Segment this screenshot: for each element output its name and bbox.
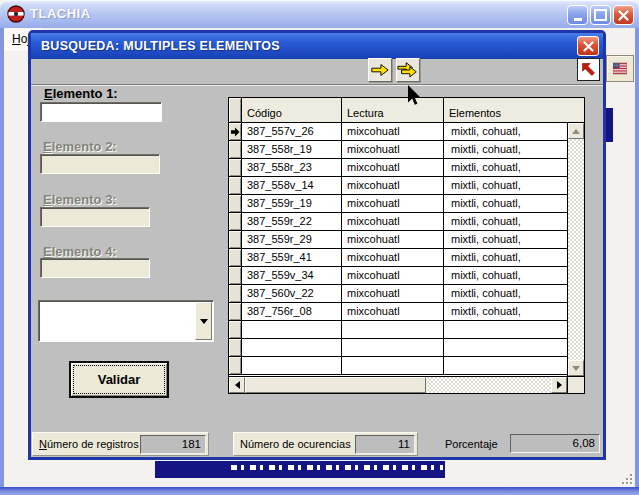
row-selector[interactable] (229, 177, 242, 194)
row-selector[interactable] (229, 123, 242, 140)
table-row[interactable]: 387_559r_41mixcohuatlmixtli, cohuatl, (229, 249, 567, 267)
grid-horizontal-scrollbar[interactable] (229, 376, 567, 393)
yellow-arrow-right-icon (370, 62, 390, 78)
row-selector[interactable] (229, 231, 242, 248)
row-selector[interactable] (229, 213, 242, 230)
table-row[interactable]: 387_557v_26mixcohuatlmixtli, cohuatl, (229, 123, 567, 141)
cell-lectura[interactable]: mixcohuatl (342, 123, 444, 140)
cell-lectura[interactable]: mixcohuatl (342, 213, 444, 230)
cell-elementos[interactable]: mixtli, cohuatl, (444, 249, 567, 266)
cell-lectura[interactable] (342, 321, 444, 338)
row-selector[interactable] (229, 249, 242, 266)
cell-codigo[interactable]: 387_559r_41 (242, 249, 342, 266)
cell-codigo[interactable]: 387_559r_19 (242, 195, 342, 212)
cell-lectura[interactable]: mixcohuatl (342, 195, 444, 212)
cell-lectura[interactable]: mixcohuatl (342, 231, 444, 248)
cell-lectura[interactable] (342, 357, 444, 374)
table-row[interactable] (229, 339, 567, 357)
horizontal-scroll-thumb[interactable] (245, 377, 426, 393)
language-flag-button[interactable] (606, 55, 634, 82)
cell-lectura[interactable]: mixcohuatl (342, 177, 444, 194)
table-row[interactable]: 387_558r_23mixcohuatlmixtli, cohuatl, (229, 159, 567, 177)
window-close-button[interactable] (613, 5, 634, 25)
row-selector[interactable] (229, 303, 242, 320)
maximize-button[interactable] (590, 5, 611, 25)
cell-elementos[interactable] (444, 321, 567, 338)
vertical-scroll-track[interactable] (568, 139, 584, 360)
cell-elementos[interactable]: mixtli, cohuatl, (444, 267, 567, 284)
validar-button[interactable]: Validar (69, 361, 169, 398)
cell-elementos[interactable]: mixtli, cohuatl, (444, 159, 567, 176)
cell-lectura[interactable]: mixcohuatl (342, 249, 444, 266)
obscured-background-button (155, 461, 445, 478)
cell-elementos[interactable] (444, 339, 567, 356)
window-titlebar[interactable]: TLACHIA (0, 0, 639, 28)
column-header-codigo[interactable]: Código (242, 98, 342, 122)
cell-codigo[interactable]: 387_559r_29 (242, 231, 342, 248)
cell-codigo[interactable]: 387_559r_22 (242, 213, 342, 230)
row-selector[interactable] (229, 357, 242, 374)
scroll-right-button[interactable] (551, 377, 567, 393)
cell-codigo[interactable]: 387_558r_23 (242, 159, 342, 176)
cell-lectura[interactable] (342, 339, 444, 356)
row-selector[interactable] (229, 159, 242, 176)
row-selector[interactable] (229, 195, 242, 212)
ocurencias-panel: Número de ocurencias 11 (233, 432, 418, 456)
dialog-close-button[interactable] (577, 36, 599, 56)
cell-elementos[interactable] (444, 357, 567, 374)
next-button[interactable] (368, 58, 392, 82)
elemento1-input[interactable] (40, 102, 162, 122)
cell-codigo[interactable]: 387_560v_22 (242, 285, 342, 302)
scroll-left-button[interactable] (229, 377, 245, 393)
column-header-elementos[interactable]: Elementos (444, 98, 584, 122)
cell-lectura[interactable]: mixcohuatl (342, 285, 444, 302)
element-combobox[interactable] (38, 300, 214, 342)
next-all-button[interactable] (396, 58, 420, 82)
resize-grip[interactable] (620, 472, 634, 486)
cell-codigo[interactable]: 387_558v_14 (242, 177, 342, 194)
table-row[interactable]: 387_756r_08mixcohuatlmixtli, cohuatl, (229, 303, 567, 321)
cell-codigo[interactable]: 387_557v_26 (242, 123, 342, 140)
row-selector[interactable] (229, 285, 242, 302)
cell-codigo[interactable] (242, 339, 342, 356)
chevron-down-icon (200, 319, 208, 324)
table-row[interactable]: 387_559r_19mixcohuatlmixtli, cohuatl, (229, 195, 567, 213)
table-row[interactable] (229, 321, 567, 339)
cell-elementos[interactable]: mixtli, cohuatl, (444, 177, 567, 194)
row-selector[interactable] (229, 339, 242, 356)
table-row[interactable] (229, 357, 567, 375)
minimize-button[interactable] (567, 5, 588, 25)
table-row[interactable]: 387_559v_34mixcohuatlmixtli, cohuatl, (229, 267, 567, 285)
cell-codigo[interactable] (242, 357, 342, 374)
cell-lectura[interactable]: mixcohuatl (342, 267, 444, 284)
dialog-titlebar[interactable]: BUSQUEDA: MULTIPLES ELEMENTOS (31, 33, 603, 59)
scroll-down-button[interactable] (568, 360, 584, 376)
table-row[interactable]: 387_559r_29mixcohuatlmixtli, cohuatl, (229, 231, 567, 249)
restore-corner-button[interactable] (577, 58, 600, 81)
cell-codigo[interactable]: 387_558r_19 (242, 141, 342, 158)
row-selector[interactable] (229, 267, 242, 284)
cell-elementos[interactable]: mixtli, cohuatl, (444, 141, 567, 158)
grid-vertical-scrollbar[interactable] (567, 123, 584, 376)
scroll-up-button[interactable] (568, 123, 584, 139)
cell-lectura[interactable]: mixcohuatl (342, 141, 444, 158)
cell-elementos[interactable]: mixtli, cohuatl, (444, 303, 567, 320)
row-selector[interactable] (229, 141, 242, 158)
column-header-lectura[interactable]: Lectura (342, 98, 444, 122)
table-row[interactable]: 387_558r_19mixcohuatlmixtli, cohuatl, (229, 141, 567, 159)
cell-elementos[interactable]: mixtli, cohuatl, (444, 123, 567, 140)
cell-codigo[interactable]: 387_559v_34 (242, 267, 342, 284)
cell-lectura[interactable]: mixcohuatl (342, 303, 444, 320)
cell-codigo[interactable]: 387_756r_08 (242, 303, 342, 320)
cell-elementos[interactable]: mixtli, cohuatl, (444, 285, 567, 302)
table-row[interactable]: 387_559r_22mixcohuatlmixtli, cohuatl, (229, 213, 567, 231)
cell-elementos[interactable]: mixtli, cohuatl, (444, 231, 567, 248)
cell-lectura[interactable]: mixcohuatl (342, 159, 444, 176)
cell-elementos[interactable]: mixtli, cohuatl, (444, 213, 567, 230)
row-selector[interactable] (229, 321, 242, 338)
table-row[interactable]: 387_560v_22mixcohuatlmixtli, cohuatl, (229, 285, 567, 303)
cell-elementos[interactable]: mixtli, cohuatl, (444, 195, 567, 212)
combobox-dropdown-button[interactable] (195, 302, 212, 340)
table-row[interactable]: 387_558v_14mixcohuatlmixtli, cohuatl, (229, 177, 567, 195)
cell-codigo[interactable] (242, 321, 342, 338)
